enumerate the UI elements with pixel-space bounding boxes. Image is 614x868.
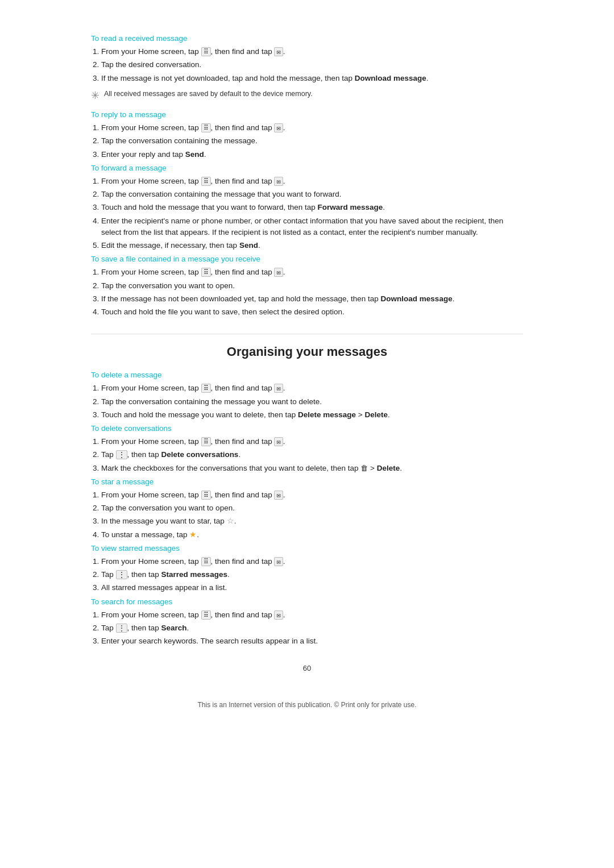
steps-view-starred: From your Home screen, tap ⠿, then find … [101, 556, 523, 594]
apps-icon: ⠿ [201, 177, 211, 186]
apps-icon: ⠿ [201, 557, 211, 566]
section-forward-message: To forward a message From your Home scre… [91, 164, 523, 252]
page-number: 60 [91, 664, 523, 672]
heading-read-received: To read a received message [91, 34, 523, 43]
steps-reply-message: From your Home screen, tap ⠿, then find … [101, 122, 523, 160]
steps-delete-conversations: From your Home screen, tap ⠿, then find … [101, 436, 523, 474]
step: All starred messages appear in a list. [101, 582, 523, 593]
step: From your Home screen, tap ⠿, then find … [101, 436, 523, 447]
step: Tap ⋮, then tap Starred messages. [101, 569, 523, 580]
step: Tap the conversation you want to open. [101, 280, 523, 292]
msg-icon: ✉ [274, 610, 283, 620]
menu-icon: ⋮ [116, 450, 127, 459]
steps-search-messages: From your Home screen, tap ⠿, then find … [101, 609, 523, 647]
step: Tap ⋮, then tap Search. [101, 622, 523, 634]
step: In the message you want to star, tap ☆. [101, 516, 523, 527]
step: Touch and hold the message that you want… [101, 202, 523, 213]
msg-icon: ✉ [274, 47, 283, 56]
step: If the message has not been downloaded y… [101, 293, 523, 305]
section-delete-conversations: To delete conversations From your Home s… [91, 424, 523, 474]
bold-text: Delete [364, 410, 388, 419]
section-save-file: To save a file contained in a message yo… [91, 255, 523, 318]
step: Tap the conversation containing the mess… [101, 135, 523, 147]
step: Enter your reply and tap Send. [101, 149, 523, 160]
tip-box: ✳ All received messages are saved by def… [91, 90, 523, 102]
step: From your Home screen, tap ⠿, then find … [101, 609, 523, 621]
tip-text: All received messages are saved by defau… [104, 90, 313, 98]
trash-icon: 🗑 [360, 464, 368, 472]
step: Tap ⋮, then tap Delete conversations. [101, 449, 523, 460]
menu-icon: ⋮ [116, 624, 127, 633]
heading-search-messages: To search for messages [91, 597, 523, 606]
step: From your Home screen, tap ⠿, then find … [101, 267, 523, 278]
heading-delete-conversations: To delete conversations [91, 424, 523, 433]
bold-text: Starred messages [161, 570, 227, 579]
star-filled-icon: ★ [189, 530, 197, 539]
bold-text: Download message [381, 294, 453, 303]
heading-reply-message: To reply to a message [91, 110, 523, 119]
step: Touch and hold the file you want to save… [101, 306, 523, 318]
apps-icon: ⠿ [201, 610, 211, 620]
section-read-received: To read a received message From your Hom… [91, 34, 523, 102]
section-delete-message: To delete a message From your Home scree… [91, 371, 523, 421]
step: Tap the conversation containing the mess… [101, 189, 523, 200]
msg-icon: ✉ [274, 437, 283, 446]
step: Enter the recipient's name or phone numb… [101, 215, 523, 239]
menu-icon: ⋮ [116, 570, 127, 579]
bold-text: Send [185, 150, 204, 159]
star-outline-icon: ☆ [227, 517, 234, 525]
bold-text: Download message [355, 74, 426, 82]
step: Tap the conversation containing the mess… [101, 396, 523, 408]
heading-delete-message: To delete a message [91, 371, 523, 379]
heading-save-file: To save a file contained in a message yo… [91, 255, 523, 263]
apps-icon: ⠿ [201, 47, 211, 56]
section-search-messages: To search for messages From your Home sc… [91, 597, 523, 647]
step: From your Home screen, tap ⠿, then find … [101, 383, 523, 394]
section-divider [91, 334, 523, 334]
apps-icon: ⠿ [201, 491, 211, 500]
bold-text: Send [239, 241, 258, 250]
section-reply-message: To reply to a message From your Home scr… [91, 110, 523, 160]
msg-icon: ✉ [274, 491, 283, 500]
tip-icon: ✳ [91, 89, 99, 102]
step: From your Home screen, tap ⠿, then find … [101, 122, 523, 134]
bold-text: Delete [377, 464, 400, 472]
step: Tap the conversation you want to open. [101, 502, 523, 514]
step: Enter your search keywords. The search r… [101, 636, 523, 647]
heading-forward-message: To forward a message [91, 164, 523, 172]
steps-forward-message: From your Home screen, tap ⠿, then find … [101, 176, 523, 252]
step: Mark the checkboxes for the conversation… [101, 463, 523, 474]
apps-icon: ⠿ [201, 384, 211, 393]
step: From your Home screen, tap ⠿, then find … [101, 556, 523, 567]
step: To unstar a message, tap ★. [101, 529, 523, 541]
steps-delete-message: From your Home screen, tap ⠿, then find … [101, 383, 523, 421]
bold-text: Forward message [318, 203, 383, 211]
step: If the message is not yet downloaded, ta… [101, 73, 523, 84]
step: From your Home screen, tap ⠿, then find … [101, 489, 523, 501]
apps-icon: ⠿ [201, 268, 211, 277]
page-footer: This is an Internet version of this publ… [91, 701, 523, 709]
bold-text: Delete conversations [161, 450, 239, 459]
step: Edit the message, if necessary, then tap… [101, 240, 523, 251]
heading-view-starred: To view starred messages [91, 544, 523, 553]
msg-icon: ✉ [274, 123, 283, 132]
msg-icon: ✉ [274, 177, 283, 186]
heading-star-message: To star a message [91, 477, 523, 486]
step: Tap the desired conversation. [101, 59, 523, 70]
section-view-starred: To view starred messages From your Home … [91, 544, 523, 594]
steps-star-message: From your Home screen, tap ⠿, then find … [101, 489, 523, 541]
msg-icon: ✉ [274, 268, 283, 277]
step: From your Home screen, tap ⠿, then find … [101, 176, 523, 187]
organising-heading: Organising your messages [91, 344, 523, 359]
apps-icon: ⠿ [201, 123, 211, 132]
step: Touch and hold the message you want to d… [101, 409, 523, 421]
bold-text: Delete message [298, 410, 356, 419]
msg-icon: ✉ [274, 384, 283, 393]
msg-icon: ✉ [274, 557, 283, 566]
apps-icon: ⠿ [201, 437, 211, 446]
step: From your Home screen, tap ⠿, then find … [101, 46, 523, 57]
steps-save-file: From your Home screen, tap ⠿, then find … [101, 267, 523, 318]
bold-text: Search [161, 624, 187, 632]
section-star-message: To star a message From your Home screen,… [91, 477, 523, 541]
steps-read-received: From your Home screen, tap ⠿, then find … [101, 46, 523, 84]
